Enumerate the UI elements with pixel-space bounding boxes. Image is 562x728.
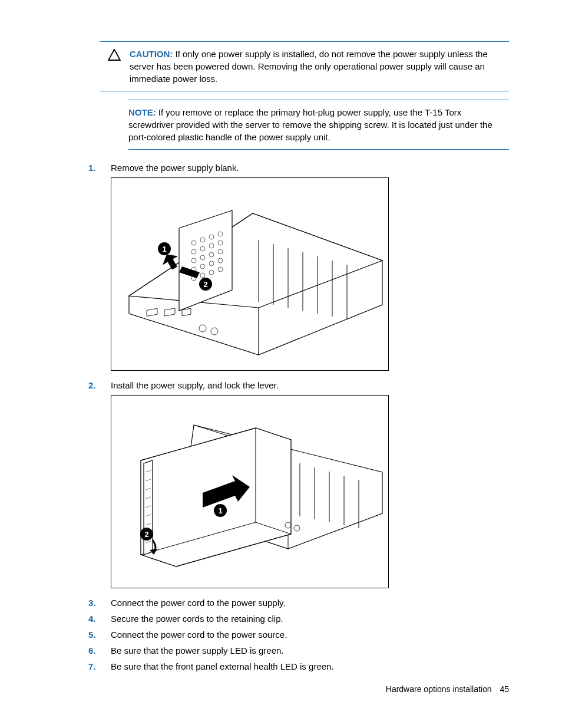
svg-text:1: 1 xyxy=(218,506,222,515)
step-number: 5. xyxy=(88,628,111,641)
step-text: Remove the power supply blank. xyxy=(111,162,509,174)
step-number: 2. xyxy=(88,379,111,391)
step-number: 1. xyxy=(88,162,111,174)
step-text: Connect the power cord to the power supp… xyxy=(111,597,509,609)
svg-text:1: 1 xyxy=(162,245,166,253)
note-label: NOTE: xyxy=(128,107,156,117)
list-item: 7. Be sure that the front panel external… xyxy=(88,660,509,673)
svg-text:2: 2 xyxy=(144,530,148,539)
list-item: 5. Connect the power cord to the power s… xyxy=(88,628,509,641)
caution-text: If only one power supply is installed, d… xyxy=(130,49,488,84)
list-item: 4. Secure the power cords to the retaini… xyxy=(88,612,509,625)
steps-list: 3. Connect the power cord to the power s… xyxy=(88,597,509,673)
svg-text:2: 2 xyxy=(203,280,207,289)
footer-section: Hardware options installation xyxy=(386,684,492,694)
note-callout: NOTE: If you remove or replace the prima… xyxy=(128,100,509,150)
caution-body: CAUTION: If only one power supply is ins… xyxy=(128,48,509,85)
step-text: Be sure that the power supply LED is gre… xyxy=(111,644,509,657)
step-number: 4. xyxy=(88,612,111,625)
step-text: Be sure that the front panel external he… xyxy=(111,660,509,673)
list-item: 2. Install the power supply, and lock th… xyxy=(88,379,509,391)
step-number: 6. xyxy=(88,644,111,657)
figure-install-supply: 1 2 xyxy=(111,395,389,588)
steps-list: 2. Install the power supply, and lock th… xyxy=(88,379,509,391)
caution-icon xyxy=(100,48,128,61)
list-item: 1. Remove the power supply blank. xyxy=(88,162,509,174)
step-text: Connect the power cord to the power sour… xyxy=(111,628,509,641)
list-item: 6. Be sure that the power supply LED is … xyxy=(88,644,509,657)
caution-callout: CAUTION: If only one power supply is ins… xyxy=(100,41,509,91)
note-text: If you remove or replace the primary hot… xyxy=(128,107,492,142)
step-number: 3. xyxy=(88,597,111,609)
step-text: Secure the power cords to the retaining … xyxy=(111,612,509,625)
figure-remove-blank: 1 2 xyxy=(111,177,389,371)
step-text: Install the power supply, and lock the l… xyxy=(111,379,509,391)
list-item: 3. Connect the power cord to the power s… xyxy=(88,597,509,609)
footer-page-number: 45 xyxy=(500,684,509,694)
steps-list: 1. Remove the power supply blank. xyxy=(88,162,509,174)
caution-label: CAUTION: xyxy=(130,49,173,59)
step-number: 7. xyxy=(88,660,111,673)
page-footer: Hardware options installation 45 xyxy=(386,684,509,696)
